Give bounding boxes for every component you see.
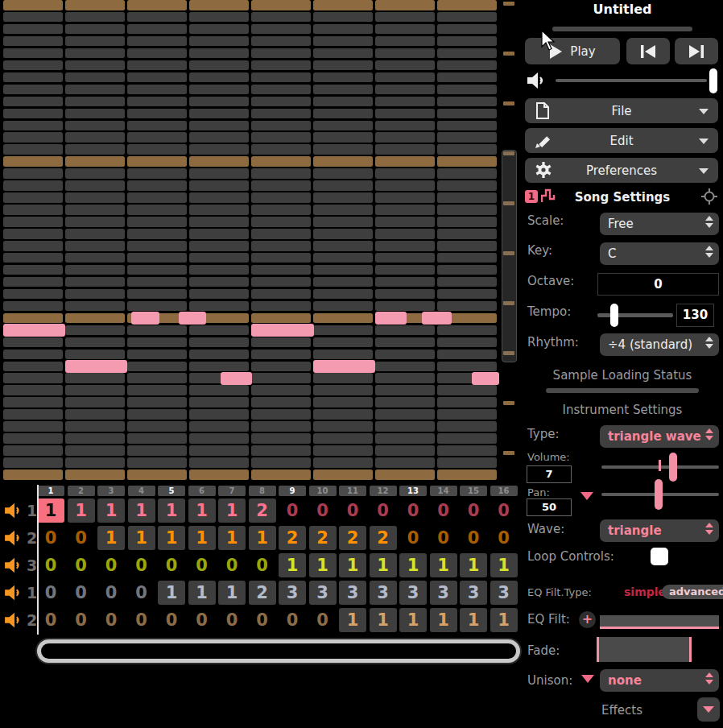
key-select[interactable]: C — [600, 242, 719, 265]
pattern-number-cell[interactable]: 1 — [188, 498, 216, 523]
pitch-row-tonic-cell[interactable] — [251, 0, 311, 10]
pitch-row-cell[interactable] — [3, 229, 63, 239]
pitch-row-cell[interactable] — [189, 180, 249, 191]
pattern-number-cell[interactable]: 0 — [37, 526, 64, 550]
pitch-row-cell[interactable] — [3, 192, 63, 203]
pitch-row-cell[interactable] — [437, 421, 497, 432]
file-menu-button[interactable]: File — [525, 98, 718, 123]
pitch-row-cell[interactable] — [3, 36, 63, 47]
pitch-row-cell[interactable] — [127, 277, 187, 287]
pattern-number-cell[interactable]: 3 — [339, 581, 366, 605]
edit-menu-button[interactable]: Edit — [525, 128, 718, 153]
pitch-row-tonic-cell[interactable] — [375, 156, 435, 167]
pitch-row-cell[interactable] — [189, 241, 249, 251]
pitch-row-cell[interactable] — [3, 385, 63, 395]
pitch-row-cell[interactable] — [313, 229, 373, 239]
pitch-row-tonic-cell[interactable] — [127, 469, 187, 480]
unison-dropdown-icon[interactable] — [581, 675, 594, 683]
pitch-row-tonic-cell[interactable] — [375, 0, 435, 10]
pitch-row-tonic-cell[interactable] — [313, 156, 373, 167]
pattern-number-cell[interactable]: 0 — [158, 608, 185, 632]
pitch-row-cell[interactable] — [65, 457, 125, 468]
pitch-row-cell[interactable] — [189, 229, 249, 239]
pattern-number-cell[interactable]: 1 — [399, 553, 427, 577]
pitch-row-cell[interactable] — [127, 217, 187, 227]
pitch-row-cell[interactable] — [251, 180, 311, 191]
pitch-row-cell[interactable] — [375, 277, 435, 287]
pitch-row-cell[interactable] — [375, 205, 435, 215]
pattern-number-cell[interactable]: 2 — [339, 526, 366, 550]
pattern-number-cell[interactable]: 1 — [249, 526, 276, 550]
pattern-number-cell[interactable]: 0 — [128, 581, 155, 605]
instrument-volume-input[interactable]: 7 — [527, 465, 572, 483]
pitch-row-cell[interactable] — [437, 337, 497, 348]
pitch-row-cell[interactable] — [313, 241, 373, 251]
pitch-row-cell[interactable] — [313, 132, 373, 143]
pitch-row-cell[interactable] — [127, 60, 187, 71]
pitch-row-cell[interactable] — [65, 168, 125, 179]
pattern-number-cell[interactable]: 0 — [68, 526, 95, 550]
note[interactable] — [65, 360, 127, 373]
pattern-number-cell[interactable]: 0 — [68, 581, 95, 605]
pattern-number-cell[interactable]: 1 — [339, 608, 366, 632]
pitch-row-cell[interactable] — [127, 301, 187, 312]
pitch-row-cell[interactable] — [251, 85, 311, 95]
pitch-row-cell[interactable] — [65, 192, 125, 203]
bar-number[interactable]: 11 — [339, 486, 366, 496]
next-bar-button[interactable] — [675, 38, 718, 64]
pitch-row-cell[interactable] — [375, 36, 435, 47]
pitch-row-cell[interactable] — [437, 24, 497, 35]
pitch-row-cell[interactable] — [65, 205, 125, 215]
pattern-number-cell[interactable]: 2 — [309, 526, 337, 550]
pitch-row-cell[interactable] — [251, 205, 311, 215]
pitch-row-cell[interactable] — [437, 229, 497, 239]
scale-select[interactable]: Free — [600, 213, 719, 235]
pan-thumb[interactable] — [655, 479, 663, 510]
pitch-row-cell[interactable] — [313, 301, 373, 312]
pattern-number-cell[interactable]: 0 — [188, 608, 216, 632]
main-volume-thumb[interactable] — [709, 68, 717, 93]
pitch-row-cell[interactable] — [437, 85, 497, 95]
pattern-number-cell[interactable]: 0 — [279, 608, 306, 632]
pitch-row-cell[interactable] — [189, 72, 249, 83]
bar-number[interactable]: 8 — [249, 486, 276, 496]
pitch-row-cell[interactable] — [375, 421, 435, 432]
pitch-row-cell[interactable] — [251, 253, 311, 263]
note[interactable] — [3, 324, 65, 337]
pitch-row-cell[interactable] — [127, 433, 187, 444]
pitch-row-cell[interactable] — [3, 85, 63, 95]
pattern-number-cell[interactable]: 0 — [37, 581, 64, 605]
pitch-row-cell[interactable] — [313, 445, 373, 456]
pitch-row-cell[interactable] — [189, 217, 249, 227]
pattern-number-cell[interactable]: 1 — [218, 498, 246, 523]
eq-filter-simple-button[interactable]: simple — [624, 585, 666, 598]
pitch-row-cell[interactable] — [251, 217, 311, 227]
pitch-row-cell[interactable] — [251, 12, 311, 23]
pattern-number-cell[interactable]: 0 — [249, 553, 276, 577]
pattern-number-cell[interactable]: 1 — [430, 553, 457, 577]
pattern-number-cell[interactable]: 0 — [399, 498, 427, 523]
pitch-row-cell[interactable] — [251, 445, 311, 456]
pattern-number-cell[interactable]: 0 — [430, 498, 457, 523]
pitch-row-cell[interactable] — [437, 433, 497, 444]
pitch-row-cell[interactable] — [437, 277, 497, 287]
pitch-row-cell[interactable] — [375, 48, 435, 59]
pattern-number-cell[interactable]: 3 — [370, 581, 397, 605]
pitch-row-cell[interactable] — [127, 24, 187, 35]
loop-bar[interactable] — [37, 639, 520, 663]
pitch-row-cell[interactable] — [313, 217, 373, 227]
pitch-row-cell[interactable] — [65, 36, 125, 47]
pattern-number-cell[interactable]: 3 — [399, 581, 427, 605]
pitch-row-cell[interactable] — [3, 301, 63, 312]
pitch-row-cell[interactable] — [65, 121, 125, 131]
pitch-row-cell[interactable] — [65, 60, 125, 71]
pattern-number-cell[interactable]: 1 — [188, 581, 216, 605]
pitch-row-cell[interactable] — [127, 48, 187, 59]
pitch-row-cell[interactable] — [127, 97, 187, 107]
pitch-row-cell[interactable] — [251, 48, 311, 59]
pitch-row-cell[interactable] — [437, 385, 497, 395]
channel-mute-button[interactable]: 1 — [0, 581, 36, 605]
pitch-row-cell[interactable] — [127, 168, 187, 179]
pitch-row-cell[interactable] — [313, 121, 373, 131]
tempo-slider[interactable] — [597, 313, 673, 317]
